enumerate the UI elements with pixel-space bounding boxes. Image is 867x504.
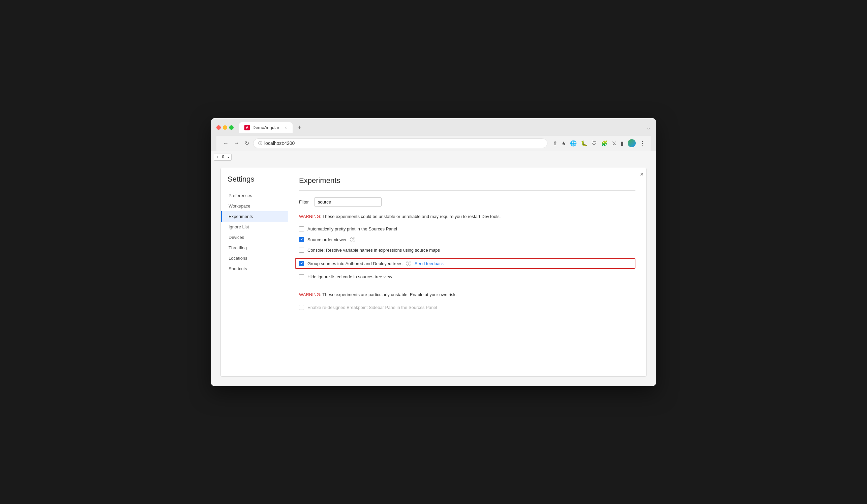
counter-value: 0 — [221, 154, 226, 160]
main-section-title: Experiments — [299, 176, 635, 191]
checkbox-console-resolve[interactable] — [299, 248, 304, 253]
experiment-item-redesigned-breakpoint: Enable re-designed Breakpoint Sidebar Pa… — [299, 305, 635, 310]
experiment-item-source-order-viewer: Source order viewer ? — [299, 237, 635, 242]
reload-button[interactable]: ↻ — [243, 139, 250, 148]
sidebar-item-devices[interactable]: Devices — [221, 232, 288, 243]
counter-plus-button[interactable]: + — [214, 154, 221, 160]
help-icon-group-sources[interactable]: ? — [406, 261, 411, 266]
experiment-label-hide-ignore-listed: Hide ignore-listed code in sources tree … — [308, 274, 392, 279]
sidebar-item-workspace[interactable]: Workspace — [221, 201, 288, 211]
puzzle-icon[interactable]: 🧩 — [601, 140, 608, 146]
menu-icon[interactable]: ⋮ — [640, 140, 645, 146]
warning-label-2: WARNING: — [299, 292, 321, 297]
help-icon-source-order-viewer[interactable]: ? — [350, 237, 355, 242]
bookmark-icon[interactable]: ★ — [561, 140, 566, 146]
new-tab-button[interactable]: + — [295, 123, 304, 132]
settings-panel: × Settings Preferences Workspace Experim… — [221, 168, 646, 377]
profile-avatar[interactable] — [628, 139, 636, 147]
settings-close-button[interactable]: × — [640, 171, 643, 178]
experiment-label-group-sources: Group sources into Authored and Deployed… — [308, 261, 403, 266]
filter-row: Filter — [299, 197, 635, 207]
warning-text-1-body: These experiments could be unstable or u… — [322, 214, 501, 219]
filter-input[interactable] — [314, 197, 382, 207]
warning-text-2-body: These experiments are particularly unsta… — [322, 292, 457, 297]
sidebar-item-locations[interactable]: Locations — [221, 253, 288, 263]
back-button[interactable]: ← — [222, 139, 230, 147]
settings-panel-title: Settings — [221, 175, 288, 190]
sidebar-item-experiments[interactable]: Experiments — [221, 211, 288, 222]
tab-close-button[interactable]: × — [285, 125, 287, 130]
flask-icon[interactable]: ⚔ — [612, 140, 617, 146]
browser-titlebar: A DemoAngular × + ⌄ ← → ↻ ⓘ localhost:42… — [211, 118, 656, 151]
close-traffic-light[interactable] — [216, 125, 221, 130]
experiment-item-hide-ignore-listed: Hide ignore-listed code in sources tree … — [299, 274, 635, 279]
browser-window: A DemoAngular × + ⌄ ← → ↻ ⓘ localhost:42… — [211, 118, 656, 386]
toolbar-actions: ⇧ ★ 🌐 🐛 🛡 🧩 ⚔ ▮ ⋮ — [553, 139, 645, 147]
warning-text-2: WARNING: These experiments are particula… — [299, 292, 635, 298]
active-tab[interactable]: A DemoAngular × — [239, 122, 292, 133]
sidebar-item-ignore-list[interactable]: Ignore List — [221, 222, 288, 232]
minimize-traffic-light[interactable] — [223, 125, 227, 130]
warning-label-1: WARNING: — [299, 214, 321, 219]
sidebar-icon[interactable]: ▮ — [621, 140, 624, 146]
tab-row: A DemoAngular × + ⌄ — [216, 122, 651, 133]
experiment-label-auto-pretty-print: Automatically pretty print in the Source… — [308, 227, 397, 231]
devtools-counter: + 0 - — [214, 154, 232, 161]
browser-toolbar: ← → ↻ ⓘ localhost:4200 ⇧ ★ 🌐 🐛 🛡 🧩 ⚔ ▮ ⋮ — [216, 136, 651, 151]
forward-button[interactable]: → — [233, 139, 241, 147]
sidebar-item-throttling[interactable]: Throttling — [221, 243, 288, 253]
sidebar-item-shortcuts[interactable]: Shortcuts — [221, 263, 288, 274]
share-icon[interactable]: ⇧ — [553, 140, 557, 146]
filter-label: Filter — [299, 199, 309, 205]
tab-title: DemoAngular — [253, 125, 279, 130]
address-url: localhost:4200 — [264, 141, 295, 146]
experiment-item-auto-pretty-print: Automatically pretty print in the Source… — [299, 227, 635, 231]
section-divider — [299, 285, 635, 292]
experiment-label-redesigned-breakpoint: Enable re-designed Breakpoint Sidebar Pa… — [308, 305, 437, 310]
tab-favicon: A — [244, 125, 250, 130]
bug-icon[interactable]: 🐛 — [581, 140, 588, 146]
address-bar[interactable]: ⓘ localhost:4200 — [253, 139, 547, 148]
send-feedback-link[interactable]: Send feedback — [415, 261, 444, 266]
experiment-label-console-resolve: Console: Resolve variable names in expre… — [308, 248, 440, 253]
sidebar-item-preferences[interactable]: Preferences — [221, 190, 288, 201]
maximize-traffic-light[interactable] — [229, 125, 234, 130]
experiment-item-console-resolve: Console: Resolve variable names in expre… — [299, 248, 635, 253]
earth-icon[interactable]: 🌐 — [570, 140, 577, 146]
warning-text-1: WARNING: These experiments could be unst… — [299, 213, 635, 220]
tab-menu-button[interactable]: ⌄ — [646, 125, 651, 130]
experiment-item-group-sources: Group sources into Authored and Deployed… — [295, 258, 635, 269]
counter-minus-button[interactable]: - — [225, 154, 231, 160]
address-lock-icon: ⓘ — [258, 141, 262, 146]
traffic-lights — [216, 125, 234, 130]
shield-icon[interactable]: 🛡 — [592, 140, 597, 146]
experiment-label-source-order-viewer: Source order viewer — [308, 237, 346, 242]
checkbox-group-sources[interactable] — [299, 261, 304, 266]
checkbox-auto-pretty-print[interactable] — [299, 227, 304, 231]
checkbox-redesigned-breakpoint[interactable] — [299, 305, 304, 310]
checkbox-hide-ignore-listed[interactable] — [299, 274, 304, 279]
checkbox-source-order-viewer[interactable] — [299, 237, 304, 242]
settings-sidebar: Settings Preferences Workspace Experimen… — [221, 168, 288, 376]
browser-content: + 0 - × Settings Preferences Workspace E… — [211, 151, 656, 386]
settings-main-content: Experiments Filter WARNING: These experi… — [288, 168, 646, 376]
